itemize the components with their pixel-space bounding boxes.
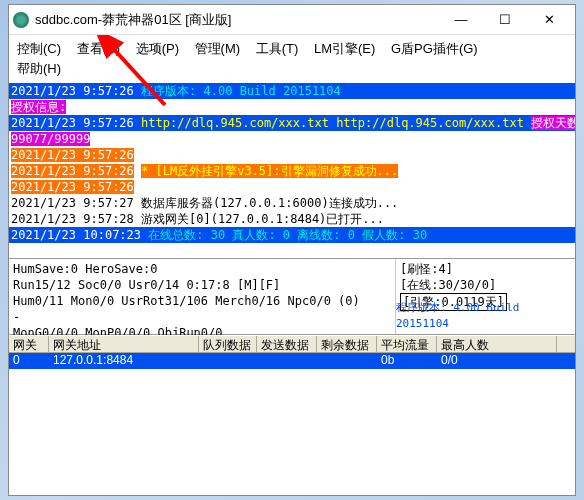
stats-line: - <box>13 309 391 325</box>
th-queue[interactable]: 队列数据 <box>199 336 257 352</box>
log-line: 2021/1/23 9:57:26 <box>9 147 575 163</box>
log-panel: 2021/1/23 9:57:26 程序版本: 4.00 Build 20151… <box>9 83 575 259</box>
menu-options[interactable]: 选项(P) <box>136 39 179 59</box>
stats-online: [在线:30/30/0] <box>400 277 571 293</box>
th-remain[interactable]: 剩余数据 <box>317 336 377 352</box>
menu-tools[interactable]: 工具(T) <box>256 39 299 59</box>
app-icon <box>13 12 29 28</box>
th-gateway[interactable]: 网关 <box>9 336 49 352</box>
log-text: * [LM反外挂引擎v3.5]:引擎漏洞修复成功... <box>141 164 398 178</box>
stats-line: HumSave:0 HeroSave:0 <box>13 261 391 277</box>
td-avg: 0b <box>377 353 437 369</box>
menu-manage[interactable]: 管理(M) <box>195 39 241 59</box>
stats-line: Hum0/11 Mon0/0 UsrRot31/106 Merch0/16 Np… <box>13 293 391 309</box>
log-text: 程序版本: 4.00 Build 20151104 <box>141 84 341 98</box>
log-text: 授权信息: <box>11 100 66 114</box>
close-button[interactable]: ✕ <box>527 6 571 34</box>
maximize-button[interactable]: ☐ <box>483 6 527 34</box>
log-text: 99077/99999 <box>11 132 90 146</box>
log-line: 99077/99999 <box>9 131 575 147</box>
th-max[interactable]: 最高人数 <box>437 336 557 352</box>
version-footer: 程序版本: 4.00 Build 20151104 <box>396 300 571 332</box>
td-address: 127.0.0.1:8484 <box>49 353 199 369</box>
log-time: 2021/1/23 9:57:26 <box>11 84 134 98</box>
log-url: http://dlq.945.com/xxx.txt http://dlq.94… <box>141 116 524 130</box>
table-header: 网关 网关地址 队列数据 发送数据 剩余数据 平均流量 最高人数 <box>9 335 575 353</box>
log-time: 2021/1/23 9:57:26 <box>11 180 134 194</box>
window-title: sddbc.com-莽荒神器01区 [商业版] <box>35 11 439 29</box>
log-time: 2021/1/23 9:57:26 <box>11 148 134 162</box>
log-text: 在线总数: 30 真人数: 0 离线数: 0 假人数: 30 <box>148 228 427 242</box>
stats-monster: [刷怪:4] <box>400 261 571 277</box>
log-text: 授权天数 <box>531 116 575 130</box>
td-gateway: 0 <box>9 353 49 369</box>
td-max: 0/0 <box>437 353 557 369</box>
window-controls: — ☐ ✕ <box>439 6 571 34</box>
minimize-button[interactable]: — <box>439 6 483 34</box>
th-address[interactable]: 网关地址 <box>49 336 199 352</box>
log-line: 2021/1/23 9:57:28 游戏网关[0](127.0.0.1:8484… <box>9 211 575 227</box>
log-line: 2021/1/23 9:57:26 程序版本: 4.00 Build 20151… <box>9 83 575 99</box>
log-line: 授权信息: <box>9 99 575 115</box>
log-time: 2021/1/23 10:07:23 <box>11 228 141 242</box>
log-text: 数据库服务器(127.0.0.1:6000)连接成功... <box>141 196 398 210</box>
gateway-table: 网关 网关地址 队列数据 发送数据 剩余数据 平均流量 最高人数 0 127.0… <box>9 335 575 369</box>
menu-help[interactable]: 帮助(H) <box>17 59 61 79</box>
log-line: 2021/1/23 9:57:26 <box>9 179 575 195</box>
th-avg[interactable]: 平均流量 <box>377 336 437 352</box>
menubar: 控制(C) 查看(V) 选项(P) 管理(M) 工具(T) LM引擎(E) G盾… <box>9 35 575 83</box>
stats-line: Run15/12 Soc0/0 Usr0/14 0:17:8 [M][F] <box>13 277 391 293</box>
menu-view[interactable]: 查看(V) <box>77 39 120 59</box>
log-time: 2021/1/23 9:57:27 <box>11 196 134 210</box>
log-line: 2021/1/23 9:57:26 http://dlq.945.com/xxx… <box>9 115 575 131</box>
td-remain <box>317 353 377 369</box>
log-line: 2021/1/23 10:07:23 在线总数: 30 真人数: 0 离线数: … <box>9 227 575 243</box>
log-time: 2021/1/23 9:57:26 <box>11 116 134 130</box>
menu-control[interactable]: 控制(C) <box>17 39 61 59</box>
log-line: 2021/1/23 9:57:26 * [LM反外挂引擎v3.5]:引擎漏洞修复… <box>9 163 575 179</box>
stats-panel: HumSave:0 HeroSave:0 Run15/12 Soc0/0 Usr… <box>9 259 575 335</box>
log-time: 2021/1/23 9:57:26 <box>11 164 134 178</box>
menu-gshield[interactable]: G盾PG插件(G) <box>391 39 478 59</box>
stats-right: [刷怪:4] [在线:30/30/0] [引擎:0.0119天] 程序版本: 4… <box>395 259 575 334</box>
titlebar: sddbc.com-莽荒神器01区 [商业版] — ☐ ✕ <box>9 5 575 35</box>
menu-lm-engine[interactable]: LM引擎(E) <box>314 39 375 59</box>
th-send[interactable]: 发送数据 <box>257 336 317 352</box>
log-line: 2021/1/23 9:57:27 数据库服务器(127.0.0.1:6000)… <box>9 195 575 211</box>
stats-left: HumSave:0 HeroSave:0 Run15/12 Soc0/0 Usr… <box>9 259 395 334</box>
app-window: sddbc.com-莽荒神器01区 [商业版] — ☐ ✕ 控制(C) 查看(V… <box>8 4 576 496</box>
log-time: 2021/1/23 9:57:28 <box>11 212 134 226</box>
table-row[interactable]: 0 127.0.0.1:8484 0b 0/0 <box>9 353 575 369</box>
log-text: 游戏网关[0](127.0.0.1:8484)已打开... <box>141 212 384 226</box>
td-send <box>257 353 317 369</box>
td-queue <box>199 353 257 369</box>
